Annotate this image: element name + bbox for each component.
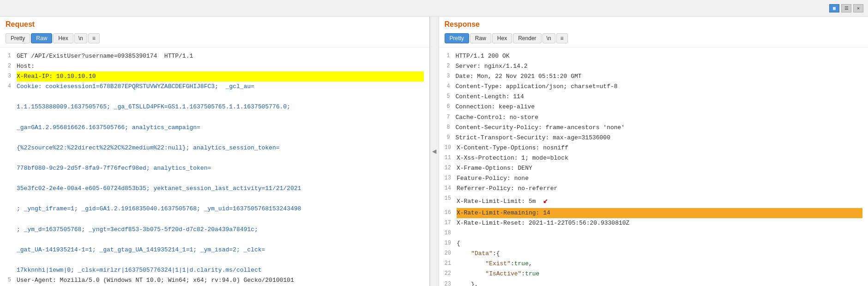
request-panel-title: Request — [6, 20, 424, 29]
response-newline-btn[interactable]: \n — [542, 33, 555, 43]
request-menu-btn[interactable]: ≡ — [88, 33, 100, 43]
response-line-18: 18 — [445, 228, 863, 238]
response-line-4: 4 Content-Type: application/json; charse… — [445, 82, 863, 92]
request-line-2: 2 Host: — [6, 61, 424, 72]
layout-btn-3[interactable]: ✕ — [853, 4, 863, 12]
response-line-22: 22 "IsActive":true — [445, 269, 863, 279]
response-line-15: 15 X-Rate-Limit-Limit: 5m ↙ — [445, 194, 863, 208]
layout-btn-2[interactable]: ☰ — [841, 4, 851, 12]
request-raw-btn[interactable]: Raw — [31, 33, 52, 43]
response-panel-title: Response — [445, 20, 863, 29]
response-line-16: 16 X-Rate-Limit-Remaining: 14 — [445, 208, 863, 218]
panel-divider-arrow[interactable]: ◀ — [430, 17, 439, 286]
response-panel-header: Response Pretty Raw Hex Render \n ≡ — [439, 17, 868, 48]
request-toolbar: Pretty Raw Hex \n ≡ — [6, 31, 424, 45]
response-line-10: 10 X-Content-Type-Options: nosniff — [445, 143, 863, 153]
response-line-5: 5 Content-Length: 114 — [445, 92, 863, 102]
response-line-17: 17 X-Rate-Limit-Reset: 2021-11-22T05:56:… — [445, 218, 863, 228]
response-pretty-btn[interactable]: Pretty — [445, 33, 469, 43]
request-hex-btn[interactable]: Hex — [53, 33, 73, 43]
response-line-6: 6 Connection: keep-alive — [445, 102, 863, 112]
request-panel: Request Pretty Raw Hex \n ≡ 1 GET /API/E… — [0, 17, 430, 286]
request-line-1: 1 GET /API/ExistUser?username=0938539017… — [6, 51, 424, 61]
request-line-4: 4 Cookie: cookiesession1=678B287EPQRSTUV… — [6, 82, 424, 275]
response-line-1: 1 HTTP/1.1 200 OK — [445, 51, 863, 61]
response-line-9: 9 Strict-Transport-Security: max-age=315… — [445, 133, 863, 143]
response-render-btn[interactable]: Render — [513, 33, 541, 43]
response-line-12: 12 X-Frame-Options: DENY — [445, 163, 863, 173]
request-line-3: 3 X-Real-IP: 10.10.10.10 — [6, 72, 424, 82]
request-newline-btn[interactable]: \n — [74, 33, 87, 43]
left-arrow-icon: ◀ — [432, 147, 437, 156]
request-line-5: 5 User-Agent: Mozilla/5.0 (Windows NT 10… — [6, 275, 424, 286]
response-line-21: 21 "Exist":true, — [445, 259, 863, 269]
response-line-19: 19 { — [445, 238, 863, 249]
response-line-7: 7 Cache-Control: no-store — [445, 113, 863, 123]
request-body: 1 GET /API/ExistUser?username=0938539017… — [0, 48, 429, 286]
response-panel: Response Pretty Raw Hex Render \n ≡ 1 HT… — [439, 17, 868, 286]
request-panel-header: Request Pretty Raw Hex \n ≡ — [0, 17, 429, 48]
response-line-23: 23 }, — [445, 280, 863, 286]
response-toolbar: Pretty Raw Hex Render \n ≡ — [445, 31, 863, 45]
main-content: Request Pretty Raw Hex \n ≡ 1 GET /API/E… — [0, 17, 868, 286]
response-body: 1 HTTP/1.1 200 OK 2 Server: nginx/1.14.2… — [439, 48, 868, 286]
response-line-3: 3 Date: Mon, 22 Nov 2021 05:51:20 GMT — [445, 72, 863, 82]
response-raw-btn[interactable]: Raw — [470, 33, 491, 43]
response-line-2: 2 Server: nginx/1.14.2 — [445, 61, 863, 72]
request-pretty-btn[interactable]: Pretty — [6, 33, 30, 43]
red-arrow-annotation: ↙ — [543, 194, 548, 208]
response-line-11: 11 X-Xss-Protection: 1; mode=block — [445, 153, 863, 163]
top-bar: ▦ ☰ ✕ — [0, 0, 868, 17]
response-line-14: 14 Referrer-Policy: no-referrer — [445, 184, 863, 194]
layout-btn-1[interactable]: ▦ — [829, 4, 839, 12]
response-line-8: 8 Content-Security-Policy: frame-ancesto… — [445, 123, 863, 133]
response-menu-btn[interactable]: ≡ — [556, 33, 568, 43]
response-line-20: 20 "Data":{ — [445, 249, 863, 259]
response-line-13: 13 Feature-Policy: none — [445, 173, 863, 184]
response-hex-btn[interactable]: Hex — [492, 33, 512, 43]
